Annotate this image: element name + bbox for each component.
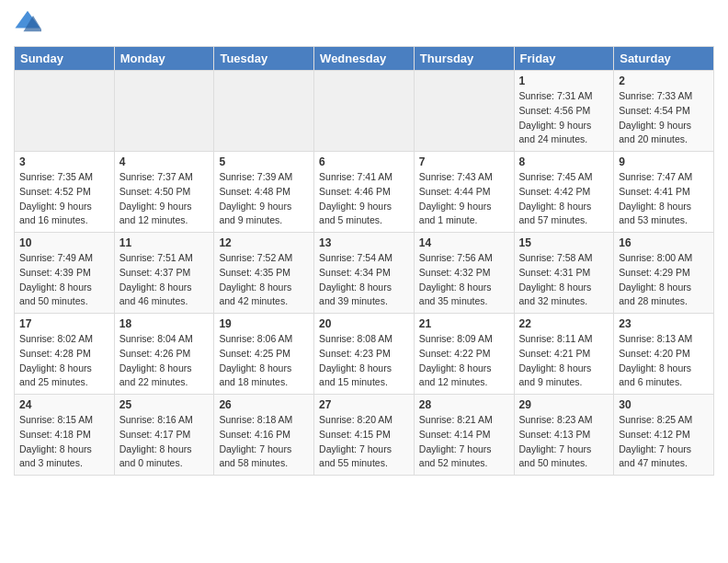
day-number: 17 [19,317,109,330]
day-number: 29 [519,398,609,411]
day-number: 7 [419,155,509,168]
day-info: Sunrise: 8:18 AM Sunset: 4:16 PM Dayligh… [219,413,309,471]
calendar-day-cell [414,71,514,152]
day-info: Sunrise: 8:21 AM Sunset: 4:14 PM Dayligh… [419,413,509,471]
day-info: Sunrise: 8:20 AM Sunset: 4:15 PM Dayligh… [319,413,409,471]
day-number: 24 [19,398,109,411]
calendar-day-cell: 28Sunrise: 8:21 AM Sunset: 4:14 PM Dayli… [414,395,514,476]
day-number: 2 [619,75,709,87]
calendar-day-cell: 14Sunrise: 7:56 AM Sunset: 4:32 PM Dayli… [414,233,514,314]
day-number: 27 [319,398,409,411]
calendar-day-cell: 11Sunrise: 7:51 AM Sunset: 4:37 PM Dayli… [114,233,214,314]
day-number: 23 [619,317,709,330]
day-number: 8 [519,155,609,168]
calendar-day-cell [15,71,115,152]
calendar-week-row: 24Sunrise: 8:15 AM Sunset: 4:18 PM Dayli… [15,395,714,476]
calendar-day-cell: 16Sunrise: 8:00 AM Sunset: 4:29 PM Dayli… [614,233,714,314]
weekday-header: Thursday [414,47,514,71]
day-info: Sunrise: 8:16 AM Sunset: 4:17 PM Dayligh… [119,413,210,471]
calendar-day-cell: 4Sunrise: 7:37 AM Sunset: 4:50 PM Daylig… [114,152,214,233]
day-number: 4 [119,155,210,168]
calendar-day-cell: 1Sunrise: 7:31 AM Sunset: 4:56 PM Daylig… [514,71,614,152]
day-number: 6 [319,155,409,168]
calendar-day-cell: 23Sunrise: 8:13 AM Sunset: 4:20 PM Dayli… [614,314,714,395]
calendar-day-cell: 30Sunrise: 8:25 AM Sunset: 4:12 PM Dayli… [614,395,714,476]
calendar-day-cell: 10Sunrise: 7:49 AM Sunset: 4:39 PM Dayli… [15,233,115,314]
logo-icon [14,7,41,35]
day-info: Sunrise: 7:41 AM Sunset: 4:46 PM Dayligh… [319,170,409,228]
day-info: Sunrise: 7:43 AM Sunset: 4:44 PM Dayligh… [419,170,509,228]
calendar-day-cell: 19Sunrise: 8:06 AM Sunset: 4:25 PM Dayli… [214,314,314,395]
day-number: 5 [219,155,309,168]
day-info: Sunrise: 7:51 AM Sunset: 4:37 PM Dayligh… [119,251,210,309]
day-info: Sunrise: 8:15 AM Sunset: 4:18 PM Dayligh… [19,413,109,471]
calendar-day-cell: 5Sunrise: 7:39 AM Sunset: 4:48 PM Daylig… [214,152,314,233]
calendar-day-cell: 20Sunrise: 8:08 AM Sunset: 4:23 PM Dayli… [314,314,415,395]
day-number: 21 [419,317,509,330]
calendar-week-row: 17Sunrise: 8:02 AM Sunset: 4:28 PM Dayli… [15,314,714,395]
weekday-header: Tuesday [214,47,314,71]
main-container: SundayMondayTuesdayWednesdayThursdayFrid… [0,0,728,485]
day-info: Sunrise: 8:23 AM Sunset: 4:13 PM Dayligh… [519,413,609,471]
calendar-day-cell: 12Sunrise: 7:52 AM Sunset: 4:35 PM Dayli… [214,233,314,314]
day-info: Sunrise: 7:58 AM Sunset: 4:31 PM Dayligh… [519,251,609,309]
day-number: 11 [119,236,210,249]
day-number: 1 [519,75,609,87]
calendar: SundayMondayTuesdayWednesdayThursdayFrid… [14,46,714,476]
weekday-header: Friday [514,47,614,71]
calendar-day-cell: 21Sunrise: 8:09 AM Sunset: 4:22 PM Dayli… [414,314,514,395]
logo [14,9,45,37]
day-info: Sunrise: 8:02 AM Sunset: 4:28 PM Dayligh… [19,332,109,390]
day-info: Sunrise: 7:49 AM Sunset: 4:39 PM Dayligh… [19,251,109,309]
weekday-header: Saturday [614,47,714,71]
calendar-week-row: 1Sunrise: 7:31 AM Sunset: 4:56 PM Daylig… [15,71,714,152]
day-info: Sunrise: 7:37 AM Sunset: 4:50 PM Dayligh… [119,170,210,228]
day-number: 19 [219,317,309,330]
calendar-header-row: SundayMondayTuesdayWednesdayThursdayFrid… [15,47,714,71]
day-info: Sunrise: 7:54 AM Sunset: 4:34 PM Dayligh… [319,251,409,309]
day-info: Sunrise: 8:09 AM Sunset: 4:22 PM Dayligh… [419,332,509,390]
day-number: 9 [619,155,709,168]
day-number: 14 [419,236,509,249]
day-number: 20 [319,317,409,330]
calendar-week-row: 10Sunrise: 7:49 AM Sunset: 4:39 PM Dayli… [15,233,714,314]
day-info: Sunrise: 8:00 AM Sunset: 4:29 PM Dayligh… [619,251,709,309]
day-number: 13 [319,236,409,249]
calendar-day-cell: 6Sunrise: 7:41 AM Sunset: 4:46 PM Daylig… [314,152,415,233]
day-number: 30 [619,398,709,411]
calendar-day-cell: 7Sunrise: 7:43 AM Sunset: 4:44 PM Daylig… [414,152,514,233]
day-info: Sunrise: 7:45 AM Sunset: 4:42 PM Dayligh… [519,170,609,228]
calendar-day-cell: 9Sunrise: 7:47 AM Sunset: 4:41 PM Daylig… [614,152,714,233]
weekday-header: Monday [114,47,214,71]
weekday-header: Sunday [15,47,115,71]
day-info: Sunrise: 7:33 AM Sunset: 4:54 PM Dayligh… [619,89,709,147]
day-number: 18 [119,317,210,330]
calendar-day-cell: 24Sunrise: 8:15 AM Sunset: 4:18 PM Dayli… [15,395,115,476]
day-info: Sunrise: 8:11 AM Sunset: 4:21 PM Dayligh… [519,332,609,390]
day-info: Sunrise: 7:52 AM Sunset: 4:35 PM Dayligh… [219,251,309,309]
calendar-day-cell [314,71,415,152]
day-info: Sunrise: 8:13 AM Sunset: 4:20 PM Dayligh… [619,332,709,390]
day-info: Sunrise: 7:31 AM Sunset: 4:56 PM Dayligh… [519,89,609,147]
day-info: Sunrise: 8:06 AM Sunset: 4:25 PM Dayligh… [219,332,309,390]
calendar-day-cell: 3Sunrise: 7:35 AM Sunset: 4:52 PM Daylig… [15,152,115,233]
day-info: Sunrise: 7:35 AM Sunset: 4:52 PM Dayligh… [19,170,109,228]
calendar-day-cell: 25Sunrise: 8:16 AM Sunset: 4:17 PM Dayli… [114,395,214,476]
calendar-day-cell: 8Sunrise: 7:45 AM Sunset: 4:42 PM Daylig… [514,152,614,233]
day-info: Sunrise: 7:47 AM Sunset: 4:41 PM Dayligh… [619,170,709,228]
calendar-day-cell: 26Sunrise: 8:18 AM Sunset: 4:16 PM Dayli… [214,395,314,476]
day-number: 3 [19,155,109,168]
calendar-day-cell: 22Sunrise: 8:11 AM Sunset: 4:21 PM Dayli… [514,314,614,395]
day-info: Sunrise: 8:25 AM Sunset: 4:12 PM Dayligh… [619,413,709,471]
day-info: Sunrise: 8:04 AM Sunset: 4:26 PM Dayligh… [119,332,210,390]
calendar-week-row: 3Sunrise: 7:35 AM Sunset: 4:52 PM Daylig… [15,152,714,233]
day-number: 22 [519,317,609,330]
calendar-day-cell: 17Sunrise: 8:02 AM Sunset: 4:28 PM Dayli… [15,314,115,395]
day-number: 16 [619,236,709,249]
day-info: Sunrise: 7:56 AM Sunset: 4:32 PM Dayligh… [419,251,509,309]
calendar-day-cell: 15Sunrise: 7:58 AM Sunset: 4:31 PM Dayli… [514,233,614,314]
day-number: 26 [219,398,309,411]
day-number: 12 [219,236,309,249]
day-number: 10 [19,236,109,249]
day-number: 25 [119,398,210,411]
